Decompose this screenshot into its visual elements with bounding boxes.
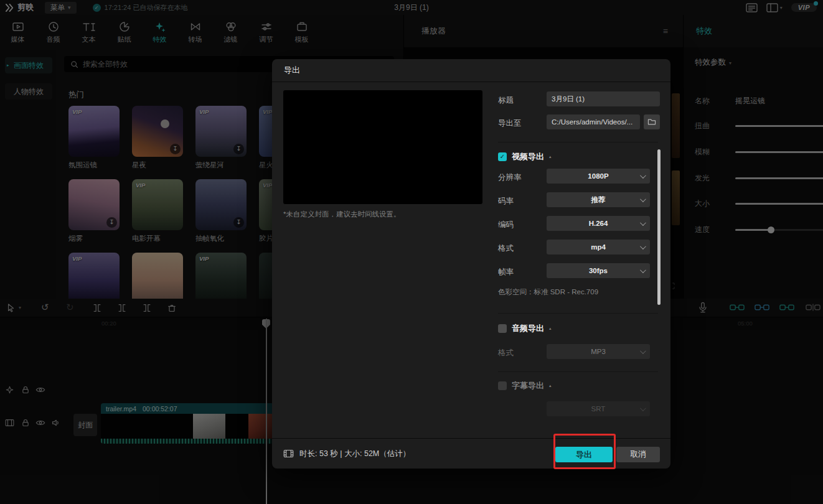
export-duration-info: 时长: 53 秒 | 大小: 52M（估计） [283, 449, 410, 459]
folder-icon [647, 118, 656, 126]
audio-format-label: 格式 [498, 348, 514, 358]
browse-folder-button[interactable] [644, 114, 660, 129]
color-space-info: 色彩空间：标准 SDR - Rec.709 [498, 287, 598, 297]
video-export-section-header: ✓ 视频导出 ▴ [498, 151, 552, 162]
bitrate-label: 码率 [498, 196, 514, 207]
resolution-select[interactable]: 1080P [547, 169, 650, 184]
chevron-down-icon [640, 348, 646, 354]
format-label: 格式 [498, 243, 514, 254]
chevron-down-icon [640, 267, 646, 273]
resolution-label: 分辨率 [498, 172, 522, 183]
dialog-titlebar: 导出 [272, 59, 670, 82]
collapse-icon[interactable]: ▴ [549, 383, 552, 388]
collapse-icon[interactable]: ▴ [549, 154, 552, 159]
cover-note: *未自定义封面，建议去时间线设置。 [283, 210, 400, 219]
capcut-app: { "topbar": { "logo": "剪映", "menu": "菜单"… [0, 0, 823, 504]
bitrate-select[interactable]: 推荐 [547, 192, 650, 207]
subtitle-export-checkbox[interactable]: ✓ [498, 381, 507, 390]
chevron-down-icon [640, 196, 646, 202]
collapse-icon[interactable]: ▴ [549, 326, 552, 331]
path-field-label: 导出至 [498, 118, 522, 129]
dialog-scrollbar[interactable] [657, 149, 661, 305]
dialog-title: 导出 [284, 65, 300, 76]
chevron-down-icon [640, 243, 646, 250]
export-dialog: 导出 *未自定义封面，建议去时间线设置。 标题 3月9日 (1) 导出至 C:/… [272, 59, 670, 469]
chevron-down-icon [640, 220, 646, 226]
audio-format-select: MP3 [547, 344, 650, 359]
export-path-input[interactable]: C:/Users/admin/Videos/... [547, 114, 640, 129]
dialog-footer: 时长: 53 秒 | 大小: 52M（估计） 导出 取消 [272, 438, 670, 469]
framerate-label: 帧率 [498, 267, 514, 278]
chevron-down-icon [640, 172, 646, 179]
codec-select[interactable]: H.264 [547, 216, 650, 231]
video-export-checkbox[interactable]: ✓ [498, 152, 507, 161]
cancel-button[interactable]: 取消 [616, 447, 660, 462]
film-icon [283, 449, 294, 458]
chevron-down-icon [640, 405, 646, 411]
subtitle-export-section-header: ✓ 字幕导出 ▴ [498, 380, 552, 391]
subtitle-format-select: SRT [547, 401, 650, 416]
format-select[interactable]: mp4 [547, 240, 650, 254]
export-button[interactable]: 导出 [555, 447, 613, 462]
framerate-select[interactable]: 30fps [547, 263, 650, 278]
title-input[interactable]: 3月9日 (1) [547, 91, 660, 106]
audio-export-checkbox[interactable]: ✓ [498, 324, 507, 333]
title-field-label: 标题 [498, 95, 514, 106]
codec-label: 编码 [498, 220, 514, 230]
export-preview [283, 90, 482, 204]
audio-export-section-header: ✓ 音频导出 ▴ [498, 323, 552, 334]
